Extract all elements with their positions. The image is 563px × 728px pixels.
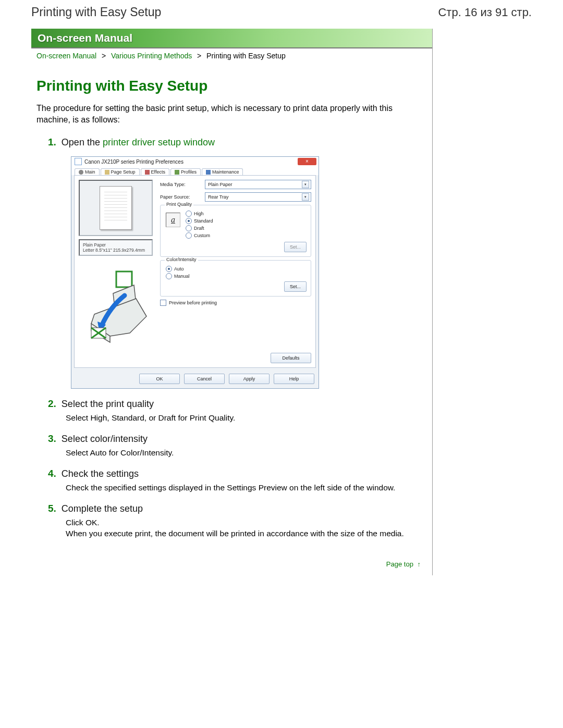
step-5-number: 5.: [48, 503, 56, 514]
page-icon: [105, 170, 109, 175]
breadcrumb-current: Printing with Easy Setup: [206, 52, 286, 60]
close-icon[interactable]: ×: [298, 158, 316, 165]
step-5-body-b: When you execute print, the document wil…: [66, 529, 404, 538]
dialog-tabs: Main Page Setup Effects Profiles Mainten…: [71, 167, 319, 175]
media-type-dropdown[interactable]: Plain Paper ▾: [205, 180, 311, 189]
step-4-body: Check the specified settings displayed i…: [66, 483, 427, 493]
help-button[interactable]: Help: [274, 374, 314, 384]
step-5-title: Complete the setup: [62, 503, 143, 514]
radio-manual[interactable]: [166, 273, 172, 279]
color-intensity-group: Color/Intensity Auto Manual Set...: [160, 260, 311, 297]
print-quality-group: Print Quality a High Standard Draft Cu: [160, 205, 311, 257]
wrench-icon: [206, 170, 211, 175]
radio-draft[interactable]: [186, 225, 192, 231]
dialog-title: Canon JX210P series Printing Preferences: [84, 159, 183, 165]
media-type-label: Media Type:: [160, 182, 201, 187]
page-header-title: Printing with Easy Setup: [31, 5, 161, 19]
breadcrumb-link-root[interactable]: On-screen Manual: [36, 52, 96, 60]
defaults-button[interactable]: Defaults: [271, 353, 311, 363]
step-2-title: Select the print quality: [62, 399, 154, 410]
content-panel: On-screen Manual On-screen Manual > Vari…: [31, 29, 433, 575]
quality-a-icon: a: [166, 213, 180, 227]
chevron-down-icon: ▾: [302, 181, 309, 188]
manual-banner: On-screen Manual: [31, 29, 432, 48]
paper-source-label: Paper Source:: [160, 194, 201, 200]
printer-illustration: [79, 269, 153, 348]
step-3-title: Select color/intensity: [62, 434, 148, 445]
step-3-number: 3.: [48, 433, 56, 445]
step-1: 1. Open the printer driver setup window …: [48, 137, 427, 389]
preview-checkbox-label: Preview before printing: [169, 300, 217, 305]
step-1-title-a: Open the: [62, 137, 103, 147]
paper-source-dropdown[interactable]: Rear Tray ▾: [205, 192, 311, 202]
tab-page-setup[interactable]: Page Setup: [101, 168, 140, 175]
page-counter: Стр. 16 из 91 стр.: [438, 6, 532, 19]
tab-effects[interactable]: Effects: [141, 168, 169, 175]
tab-profiles[interactable]: Profiles: [170, 168, 201, 175]
page-title: Printing with Easy Setup: [36, 78, 427, 94]
step-3-body: Select Auto for Color/Intensity.: [66, 448, 427, 459]
apply-button[interactable]: Apply: [229, 374, 270, 384]
step-2-number: 2.: [48, 398, 56, 410]
step-5-body-a: Click OK.: [66, 518, 100, 527]
step-4: 4. Check the settings Check the specifie…: [48, 468, 427, 493]
tab-main[interactable]: Main: [75, 168, 100, 175]
step-5: 5. Complete the setup Click OK. When you…: [48, 503, 427, 539]
radio-high[interactable]: [186, 211, 192, 217]
breadcrumb-link-section[interactable]: Various Printing Methods: [111, 52, 192, 60]
step-1-link[interactable]: printer driver setup window: [103, 137, 215, 147]
svg-rect-0: [116, 272, 132, 287]
arrow-up-icon: ↑: [418, 560, 421, 568]
cancel-button[interactable]: Cancel: [184, 374, 225, 384]
step-2: 2. Select the print quality Select High,…: [48, 398, 427, 424]
step-2-body: Select High, Standard, or Draft for Prin…: [66, 413, 427, 424]
preview-checkbox[interactable]: [160, 300, 166, 306]
step-1-number: 1.: [48, 137, 56, 148]
print-preferences-dialog: Canon JX210P series Printing Preferences…: [71, 156, 319, 389]
settings-preview: [79, 180, 153, 236]
page-top-link[interactable]: Page top: [386, 560, 413, 568]
ok-button[interactable]: OK: [139, 374, 180, 384]
profile-icon: [175, 170, 179, 175]
step-3: 3. Select color/intensity Select Auto fo…: [48, 433, 427, 459]
intro-text: The procedure for setting the basic prin…: [36, 103, 427, 125]
quality-set-button[interactable]: Set...: [284, 242, 307, 252]
chevron-down-icon: ▾: [302, 193, 309, 201]
brush-icon: [145, 170, 150, 175]
step-4-title: Check the settings: [62, 468, 139, 479]
breadcrumb: On-screen Manual > Various Printing Meth…: [31, 48, 432, 62]
dialog-app-icon: [75, 158, 82, 165]
radio-custom[interactable]: [186, 232, 192, 239]
step-4-number: 4.: [48, 468, 56, 479]
color-set-button[interactable]: Set...: [284, 281, 307, 292]
radio-standard[interactable]: [186, 218, 192, 224]
gear-icon: [79, 170, 83, 175]
preview-meta: Plain Paper Letter 8.5"x11" 215.9x279.4m…: [79, 239, 153, 256]
radio-auto[interactable]: [166, 266, 172, 272]
tab-maintenance[interactable]: Maintenance: [202, 168, 243, 175]
